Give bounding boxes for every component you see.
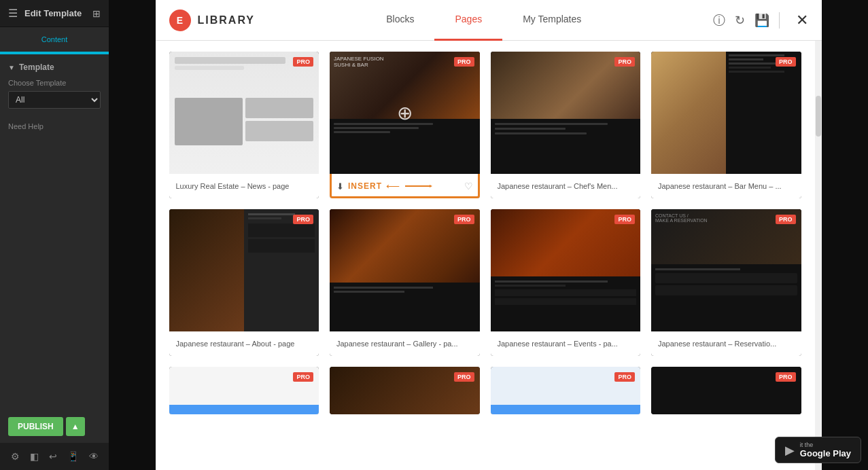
template-card-footer: Japanese restaurant – Bar Menu – ... [651, 174, 801, 198]
sidebar-header: ☰ Edit Template ⊞ [0, 0, 109, 27]
tab-blocks[interactable]: Blocks [366, 0, 434, 41]
partial-template-grid: PRO PRO PRO [169, 367, 801, 414]
template-grid: PRO Luxury Real Estate – News - page JAP… [169, 52, 801, 356]
template-card-footer-selected: ⬇ INSERT ⟵ ♡ [330, 174, 480, 198]
pro-badge: PRO [454, 372, 474, 382]
template-name: Japanese restaurant – Reservatio... [658, 340, 795, 348]
history-icon[interactable]: ↩ [49, 451, 57, 462]
template-card[interactable]: CONTACT US /MAKE A RESERVATION PRO [651, 209, 801, 356]
template-preview [491, 52, 641, 174]
sidebar-header-title: Edit Template [24, 8, 82, 18]
template-card[interactable]: PRO Japanese restaurant – Chef's Men... [491, 52, 641, 198]
pro-badge: PRO [293, 372, 313, 382]
partial-template-card[interactable]: PRO [491, 367, 641, 414]
modal-overlay: E LIBRARY Blocks Pages My Templates ⓘ ↻ … [109, 0, 868, 470]
insert-row: ⬇ INSERT ⟵ [336, 181, 432, 192]
template-name: Luxury Real Estate – News - page [176, 182, 313, 190]
template-card-footer: Japanese restaurant – Events - pa... [491, 331, 641, 356]
hamburger-icon[interactable]: ☰ [8, 7, 18, 20]
zoom-icon: ⊕ [397, 102, 413, 124]
partial-template-card[interactable]: PRO [169, 367, 319, 414]
info-icon[interactable]: ⓘ [713, 12, 725, 29]
choose-template-label: Choose Template [8, 79, 101, 87]
library-title: LIBRARY [198, 14, 256, 26]
template-card[interactable]: PRO Japanese restaurant – Bar Menu – ... [651, 52, 801, 198]
refresh-icon[interactable]: ↻ [735, 13, 745, 28]
template-preview [169, 52, 319, 174]
modal-body: PRO Luxury Real Estate – News - page JAP… [156, 41, 822, 470]
sidebar-content: ▼ Template Choose Template All Need Help [0, 54, 109, 139]
google-play-button[interactable]: ▶ it the Google Play [775, 437, 861, 463]
scrollbar-thumb[interactable] [816, 96, 821, 137]
collapse-arrow[interactable]: ▼ [8, 64, 15, 71]
template-card[interactable]: PRO Luxury Real Estate – News - page [169, 52, 319, 198]
choose-template-select[interactable]: All [8, 91, 101, 109]
google-play-text: it the Google Play [800, 441, 851, 458]
pro-badge: PRO [776, 372, 796, 382]
google-play-large-text: Google Play [800, 448, 851, 458]
template-preview: CONTACT US /MAKE A RESERVATION [651, 209, 801, 331]
save-icon[interactable]: 💾 [754, 13, 769, 28]
template-preview: JAPANESE FUSIONSUSHI & BAR ⊕ [330, 52, 480, 174]
template-card-footer: Japanese restaurant – Gallery - pa... [330, 331, 480, 356]
grid-icon[interactable]: ⊞ [92, 8, 101, 19]
arrow-line [405, 185, 432, 187]
google-play-icon: ▶ [785, 443, 795, 458]
template-card[interactable]: JAPANESE FUSIONSUSHI & BAR ⊕ PRO [330, 52, 480, 198]
insert-label[interactable]: INSERT [348, 181, 382, 191]
template-preview [330, 209, 480, 331]
layers-icon[interactable]: ◧ [30, 451, 39, 462]
need-help-text: Need Help [8, 122, 101, 130]
insert-arrow-icon: ⟵ [386, 181, 400, 192]
template-card-footer: Luxury Real Estate – News - page [169, 174, 319, 198]
template-card[interactable]: PRO Japanese restaurant – Events - pa... [491, 209, 641, 356]
settings-icon[interactable]: ⚙ [11, 451, 20, 462]
download-icon: ⬇ [336, 181, 344, 192]
header-separator [779, 12, 780, 29]
template-name: Japanese restaurant – Chef's Men... [498, 182, 634, 190]
modal-header-icons: ⓘ ↻ 💾 ✕ [713, 12, 808, 29]
tab-my-templates[interactable]: My Templates [502, 0, 602, 41]
template-card-footer: Japanese restaurant – About - page [169, 331, 319, 356]
responsive-icon[interactable]: 📱 [67, 451, 79, 462]
template-label: Template [19, 62, 54, 72]
template-card-footer: Japanese restaurant – Reservatio... [651, 331, 801, 356]
pro-badge: PRO [614, 215, 635, 224]
modal-content: PRO Luxury Real Estate – News - page JAP… [156, 41, 815, 470]
close-button[interactable]: ✕ [796, 12, 808, 29]
left-sidebar: ☰ Edit Template ⊞ Content ▼ Template Cho… [0, 0, 109, 470]
pro-badge: PRO [614, 57, 635, 67]
template-card[interactable]: PRO Japanese restaurant – Gallery - pa..… [330, 209, 480, 356]
template-name: Japanese restaurant – Bar Menu – ... [658, 182, 795, 190]
heart-icon[interactable]: ♡ [464, 181, 473, 192]
template-name: Japanese restaurant – Events - pa... [498, 340, 634, 348]
modal-tabs: Blocks Pages My Templates [255, 0, 712, 41]
google-play-small-text: it the [800, 441, 851, 448]
sidebar-tab-bar: Content [0, 27, 109, 54]
pro-badge: PRO [614, 372, 635, 382]
pro-badge: PRO [776, 215, 796, 224]
tab-pages[interactable]: Pages [434, 0, 502, 41]
template-name: Japanese restaurant – Gallery - pa... [336, 340, 473, 348]
pro-badge: PRO [293, 57, 313, 67]
pro-badge: PRO [454, 215, 474, 224]
scrollbar-track[interactable] [815, 41, 822, 470]
sidebar-icon-bar: ⚙ ◧ ↩ 📱 👁 [0, 443, 109, 470]
publish-dropdown-button[interactable]: ▲ [66, 417, 85, 436]
publish-button[interactable]: PUBLISH [8, 417, 63, 436]
library-modal: E LIBRARY Blocks Pages My Templates ⓘ ↻ … [156, 0, 822, 470]
tab-content[interactable]: Content [0, 27, 109, 53]
template-preview [651, 52, 801, 174]
template-card[interactable]: PRO Japanese restaurant – About - page [169, 209, 319, 356]
partial-template-card[interactable]: PRO [330, 367, 480, 414]
elementor-logo: E [169, 10, 191, 31]
partial-template-card[interactable]: PRO [651, 367, 801, 414]
template-section: ▼ Template [8, 62, 101, 72]
pro-badge: PRO [454, 57, 474, 67]
template-preview [491, 209, 641, 331]
pro-badge: PRO [293, 215, 313, 224]
modal-header: E LIBRARY Blocks Pages My Templates ⓘ ↻ … [156, 0, 822, 41]
pro-badge: PRO [776, 57, 796, 67]
preview-icon[interactable]: 👁 [89, 451, 99, 462]
template-card-footer: Japanese restaurant – Chef's Men... [491, 174, 641, 198]
